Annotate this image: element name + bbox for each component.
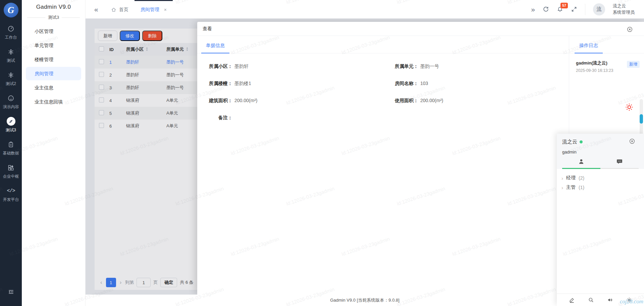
field-unit: 所属单元： 墨韵一号 [383, 63, 569, 70]
field-building-area: 建筑面积： 200.00(m²) [197, 98, 383, 104]
sidebar-item-room[interactable]: 房间管理 [26, 67, 81, 80]
rail-item-label: 基础数据 [3, 150, 19, 156]
rail-item-devplatform[interactable]: </> 开发平台 [0, 183, 22, 206]
rail-item-label: 工作台 [5, 35, 17, 40]
detail-form: 所属小区： 墨韵轩 所属单元： 墨韵一号 所属楼幢： 墨韵楼1 房间名称： [197, 53, 569, 121]
user-avatar[interactable]: 流 [593, 3, 605, 15]
rail-item-workbench[interactable]: 工作台 [0, 21, 22, 44]
sidebar-menu: 小区管理 单元管理 楼幢管理 房间管理 业主信息 业主信息回填 [22, 25, 85, 108]
rail-item-label: 测试2 [6, 81, 16, 87]
sidebar-item-unit[interactable]: 单元管理 [26, 39, 81, 52]
notification-bell-icon[interactable]: 57 [557, 6, 563, 12]
home-icon [111, 7, 116, 12]
scrollbar-thumb[interactable] [640, 114, 643, 124]
user-name: 流之云 [613, 3, 635, 9]
signature-pencil-icon[interactable] [569, 297, 575, 303]
rail-item-basedata[interactable]: 基础数据 [0, 137, 22, 160]
tab-room-management[interactable]: 房间管理 × [135, 0, 173, 18]
chevron-right-icon: › [561, 185, 563, 190]
chat-bubble-icon [616, 158, 623, 165]
divider [62, 17, 80, 18]
theme-settings-gear-icon[interactable] [625, 103, 634, 112]
log-action-badge: 新增 [627, 61, 640, 68]
field-usable-area: 使用面积： 200.00(m²) [383, 98, 569, 104]
sidebar-item-owner[interactable]: 业主信息 [26, 81, 81, 94]
user-role: 系统管理员 [613, 9, 635, 16]
rail-item-label: 测试3 [6, 127, 16, 133]
app-logo[interactable]: G [4, 3, 18, 17]
contact-tree: › 经理 (2) › 主管 (1) [557, 169, 644, 294]
divider [585, 4, 585, 15]
sidebar-item-owner-backfill[interactable]: 业主信息回填 [26, 95, 81, 108]
person-icon [578, 158, 585, 165]
tabs-more-icon[interactable]: » [531, 5, 535, 13]
sidebar-item-community[interactable]: 小区管理 [26, 25, 81, 38]
rail-item-test2[interactable]: 测试2 [0, 67, 22, 90]
contact-account: gadmin [562, 149, 639, 155]
tree-group-supervisor[interactable]: › 主管 (1) [557, 183, 644, 192]
topbar: « 首页 房间管理 × » 57 流 流之云 系统管理员 [86, 0, 644, 18]
compass-icon [7, 117, 15, 126]
document-info-section: 单据信息 所属小区： 墨韵轩 所属单元： 墨韵一号 所属楼幢： [197, 36, 569, 295]
rail-item-label: 演示内容 [3, 104, 19, 110]
rail-item-label: 企业中枢 [3, 174, 19, 179]
chevron-right-icon: › [561, 175, 563, 181]
close-icon[interactable] [627, 26, 633, 33]
close-icon[interactable] [629, 138, 635, 144]
field-building: 所属楼幢： 墨韵楼1 [197, 81, 383, 87]
log-tabs: 操作日志 [569, 36, 644, 53]
tab-home[interactable]: 首页 [105, 0, 135, 18]
rail-item-label: 开发平台 [3, 197, 19, 203]
contact-title: 流之云 [562, 139, 577, 145]
code-icon: </> [7, 186, 15, 195]
clipboard-icon [7, 140, 15, 149]
tab-operation-log[interactable]: 操作日志 [575, 43, 603, 53]
tab-close-icon[interactable]: × [164, 7, 167, 12]
rail-item-demo[interactable]: 演示内容 [0, 90, 22, 114]
menu-fold-icon[interactable] [0, 289, 22, 295]
online-status-dot [580, 140, 583, 143]
rail-item-label: 测试 [7, 58, 15, 63]
tab-messages[interactable] [600, 158, 639, 169]
dashboard-icon [7, 24, 15, 33]
fullscreen-icon[interactable] [571, 6, 577, 12]
user-info[interactable]: 流之云 系统管理员 [613, 3, 635, 16]
site-watermark: coj28.com [620, 298, 643, 305]
divider [27, 17, 45, 18]
modal-tabs: 单据信息 [197, 36, 569, 53]
menu-sidebar: Gadmin V9.0 测试3 小区管理 单元管理 楼幢管理 房间管理 业主信息… [22, 0, 86, 306]
sidebar-item-building[interactable]: 楼幢管理 [26, 53, 81, 66]
modal-title: 查看 [203, 26, 212, 32]
contact-panel-header: 流之云 gadmin [557, 134, 644, 169]
log-user: gadmin(流之云) [576, 60, 624, 66]
search-icon[interactable] [588, 297, 594, 303]
topbar-actions: » 57 流 流之云 系统管理员 [531, 0, 644, 18]
log-entry: gadmin(流之云) 2025-09-30 16:13:23 新增 [576, 60, 640, 73]
speaker-icon[interactable] [607, 297, 613, 303]
smiley-icon [7, 94, 15, 102]
icon-rail: G 工作台 测试 测试2 演示内容 测试3 基础数据 [0, 0, 22, 306]
tab-contacts[interactable] [562, 158, 600, 169]
contact-panel: 流之云 gadmin › 经理 (2) › 主管 (1) [557, 134, 644, 306]
field-community: 所属小区： 墨韵轩 [197, 63, 383, 70]
tab-document-info[interactable]: 单据信息 [201, 43, 229, 53]
snowflake-icon [7, 71, 15, 79]
refresh-icon[interactable] [543, 6, 549, 12]
app-title: Gadmin V9.0 [22, 0, 85, 10]
rail-item-test[interactable]: 测试 [0, 44, 22, 67]
notification-badge: 57 [560, 3, 568, 8]
modal-header: 查看 [197, 22, 644, 36]
field-remark: 备注： [197, 115, 383, 121]
tree-group-manager[interactable]: › 经理 (2) [557, 173, 644, 183]
rail-item-test3[interactable]: 测试3 [0, 114, 22, 137]
field-room-name: 房间名称： 103 [383, 81, 569, 87]
menu-group-title: 测试3 [27, 14, 80, 20]
rail-item-enterprise[interactable]: 企业中枢 [0, 160, 22, 183]
sidebar-collapse-icon[interactable]: « [94, 5, 98, 13]
contact-tabs [562, 158, 639, 169]
appstore-icon [7, 163, 15, 172]
snowflake-icon [7, 47, 15, 56]
log-time: 2025-09-30 16:13:23 [576, 68, 624, 73]
